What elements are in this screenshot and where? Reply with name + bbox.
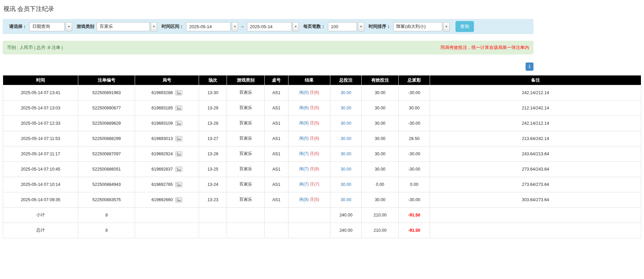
total-bet-link[interactable]: 30.00 bbox=[341, 121, 351, 126]
note-cell: 273.64/243.64 bbox=[430, 161, 641, 177]
round-detail-icon[interactable] bbox=[175, 197, 182, 203]
select-type-value[interactable]: 日期查询 bbox=[29, 22, 65, 31]
select-type-combo: 日期查询 ▼ bbox=[29, 22, 72, 31]
total-row-cell-8: 240.00 bbox=[330, 223, 362, 238]
round-detail-icon[interactable] bbox=[175, 167, 182, 172]
chevron-down-icon[interactable]: ▼ bbox=[358, 22, 364, 31]
bet-id-cell: 522500883575 bbox=[78, 192, 135, 207]
session-cell: 13-26 bbox=[199, 146, 227, 161]
select-type-label: 请选择： bbox=[9, 23, 27, 30]
chevron-down-icon[interactable]: ▼ bbox=[293, 22, 299, 31]
date-range-separator: ~ bbox=[241, 24, 245, 29]
table-row: 2025-05-14 07:09:35522500883575619692660… bbox=[3, 192, 641, 207]
column-header-5: 游戏类别 bbox=[227, 75, 265, 85]
chevron-down-icon[interactable]: ▼ bbox=[443, 22, 450, 31]
game-type-cell: 百家乐 bbox=[227, 177, 265, 192]
total-bet-cell: 30.00 bbox=[330, 131, 362, 146]
total-row-cell-11 bbox=[430, 223, 641, 238]
session-cell: 13-25 bbox=[199, 161, 227, 177]
subtotal-row-cell-11 bbox=[430, 207, 641, 223]
round-id: 619692660 bbox=[151, 197, 173, 202]
column-header-4: 场次 bbox=[199, 75, 227, 85]
banker-result: 庄(6) bbox=[310, 90, 319, 95]
session-cell: 13-24 bbox=[199, 177, 227, 192]
bet-id-cell: 522500891963 bbox=[78, 85, 135, 100]
total-bet-link[interactable]: 30.00 bbox=[341, 197, 351, 202]
date-from-value[interactable]: 2025-05-14 bbox=[186, 22, 231, 31]
total-bet-link[interactable]: 30.00 bbox=[341, 106, 351, 110]
filter-bar: 请选择： 日期查询 ▼ 游戏类别 百家乐 ▼ 时间区间： 2025-05-14 … bbox=[3, 19, 533, 34]
player-result: 闲(7) bbox=[299, 151, 309, 156]
round-id: 619692765 bbox=[151, 182, 173, 187]
game-type-cell: 百家乐 bbox=[227, 85, 265, 100]
chevron-down-icon[interactable]: ▼ bbox=[232, 22, 238, 31]
bet-id-cell: 522500887097 bbox=[78, 146, 135, 161]
round-cell: 619693286 bbox=[135, 85, 199, 100]
game-type-value[interactable]: 百家乐 bbox=[97, 22, 150, 31]
round-id: 619693185 bbox=[151, 106, 173, 110]
round-detail-icon[interactable] bbox=[175, 182, 182, 187]
table-no-cell: AS1 bbox=[265, 177, 288, 192]
column-header-8: 总投注 bbox=[330, 75, 362, 85]
round-detail-icon[interactable] bbox=[175, 105, 182, 111]
column-header-7: 结果 bbox=[288, 75, 330, 85]
round-detail-icon[interactable] bbox=[175, 136, 182, 141]
column-header-10: 总派彩 bbox=[399, 75, 430, 85]
note-cell: 212.14/242.14 bbox=[430, 100, 641, 116]
table-row: 2025-05-14 07:13:03522500890677619693185… bbox=[3, 100, 641, 116]
subtotal-row-cell-1: 小计 bbox=[3, 207, 78, 223]
bet-id-cell: 522500889629 bbox=[78, 116, 135, 131]
date-to-value[interactable]: 2025-05-14 bbox=[247, 22, 292, 31]
time-cell: 2025-05-14 07:10:45 bbox=[3, 161, 78, 177]
result-cell: 闲(0) 庄(6) bbox=[288, 85, 330, 100]
banker-result: 庄(5) bbox=[310, 105, 319, 110]
session-cell: 13-23 bbox=[199, 192, 227, 207]
bet-id-cell: 522500888299 bbox=[78, 131, 135, 146]
total-bet-cell: 30.00 bbox=[330, 100, 362, 116]
table-no-cell: AS1 bbox=[265, 100, 288, 116]
round-id: 619693013 bbox=[151, 136, 173, 141]
round-id: 619692837 bbox=[151, 167, 173, 172]
time-cell: 2025-05-14 07:11:17 bbox=[3, 146, 78, 161]
total-bet-cell: 30.00 bbox=[330, 192, 362, 207]
time-cell: 2025-05-14 07:10:14 bbox=[3, 177, 78, 192]
total-bet-link[interactable]: 30.00 bbox=[341, 152, 351, 156]
result-cell: 闲(9) 庄(5) bbox=[288, 116, 330, 131]
bet-id-cell: 522500884943 bbox=[78, 177, 135, 192]
valid-bet-cell: 30.00 bbox=[362, 100, 399, 116]
round-cell: 619692837 bbox=[135, 161, 199, 177]
table-row: 2025-05-14 07:11:53522500888299619693013… bbox=[3, 131, 641, 146]
time-cell: 2025-05-14 07:12:33 bbox=[3, 116, 78, 131]
session-cell: 13-30 bbox=[199, 85, 227, 100]
note-cell: 213.64/242.14 bbox=[430, 131, 641, 146]
total-bet-link[interactable]: 30.00 bbox=[341, 182, 351, 187]
round-detail-icon[interactable] bbox=[175, 151, 182, 157]
chevron-down-icon[interactable]: ▼ bbox=[151, 22, 157, 31]
round-detail-icon[interactable] bbox=[175, 90, 182, 95]
sort-order-value[interactable]: 降冪(由大到小) bbox=[393, 22, 442, 31]
note-cell: 242.14/212.14 bbox=[430, 116, 641, 131]
payout-cell: 0.00 bbox=[399, 177, 430, 192]
subtotal-row: 小计8240.00210.00-91.50 bbox=[3, 207, 641, 223]
total-bet-link[interactable]: 30.00 bbox=[341, 90, 351, 95]
total-row-cell-7 bbox=[288, 223, 330, 238]
total-bet-link[interactable]: 30.00 bbox=[341, 136, 351, 141]
table-no-cell: AS1 bbox=[265, 116, 288, 131]
round-detail-icon[interactable] bbox=[175, 121, 182, 126]
page-size-value[interactable]: 100 bbox=[328, 22, 357, 31]
total-bet-link[interactable]: 30.00 bbox=[341, 167, 351, 172]
round-cell: 619692660 bbox=[135, 192, 199, 207]
chevron-down-icon[interactable]: ▼ bbox=[66, 22, 72, 31]
page-root: 视讯 会员下注纪录 请选择： 日期查询 ▼ 游戏类别 百家乐 ▼ 时间区间： 2… bbox=[0, 0, 644, 242]
table-no-cell: AS1 bbox=[265, 192, 288, 207]
game-type-label: 游戏类别 bbox=[77, 23, 94, 30]
time-cell: 2025-05-14 07:13:03 bbox=[3, 100, 78, 116]
time-cell: 2025-05-14 07:11:53 bbox=[3, 131, 78, 146]
pagination-page-1[interactable]: 1 bbox=[526, 63, 533, 71]
search-button[interactable]: 查询 bbox=[456, 21, 474, 32]
table-no-cell: AS1 bbox=[265, 146, 288, 161]
payout-cell: 30.00 bbox=[399, 100, 430, 116]
table-row: 2025-05-14 07:11:17522500887097619692924… bbox=[3, 146, 641, 161]
session-cell: 13-27 bbox=[199, 131, 227, 146]
time-cell: 2025-05-14 07:09:35 bbox=[3, 192, 78, 207]
